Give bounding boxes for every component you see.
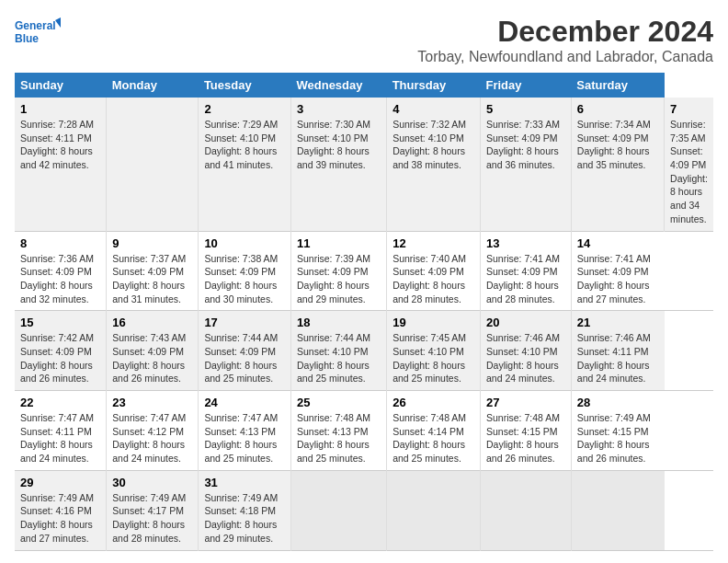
logo: General Blue bbox=[15, 15, 61, 52]
day-number: 9 bbox=[112, 236, 192, 250]
day-number: 10 bbox=[204, 236, 285, 250]
day-number: 24 bbox=[204, 396, 285, 409]
day-number: 18 bbox=[297, 316, 381, 329]
day-number: 22 bbox=[20, 396, 100, 409]
day-cell-28: 28Sunrise: 7:49 AMSunset: 4:15 PMDayligh… bbox=[571, 391, 664, 471]
day-number: 21 bbox=[577, 316, 659, 329]
day-cell-24: 24Sunrise: 7:47 AMSunset: 4:13 PMDayligh… bbox=[199, 391, 291, 471]
header-cell-wednesday: Wednesday bbox=[290, 73, 386, 98]
day-cell-17: 17Sunrise: 7:44 AMSunset: 4:09 PMDayligh… bbox=[199, 311, 291, 391]
header-cell-sunday: Sunday bbox=[15, 73, 107, 98]
day-cell-4: 4Sunrise: 7:32 AMSunset: 4:10 PMDaylight… bbox=[387, 98, 481, 231]
day-number: 15 bbox=[20, 316, 100, 329]
day-cell-empty bbox=[290, 470, 386, 550]
day-number: 31 bbox=[204, 476, 285, 489]
day-cell-3: 3Sunrise: 7:30 AMSunset: 4:10 PMDaylight… bbox=[290, 98, 386, 231]
day-number: 11 bbox=[297, 236, 381, 250]
day-cell-20: 20Sunrise: 7:46 AMSunset: 4:10 PMDayligh… bbox=[480, 311, 571, 391]
week-row-5: 29Sunrise: 7:49 AMSunset: 4:16 PMDayligh… bbox=[15, 470, 713, 550]
header-cell-thursday: Thursday bbox=[387, 73, 481, 98]
day-number: 20 bbox=[486, 316, 565, 329]
day-cell-1: 1Sunrise: 7:28 AMSunset: 4:11 PMDaylight… bbox=[15, 98, 107, 231]
day-number: 17 bbox=[204, 316, 285, 329]
title-area: December 2024 Torbay, Newfoundland and L… bbox=[417, 15, 713, 65]
day-number: 6 bbox=[577, 102, 658, 116]
day-number: 23 bbox=[112, 396, 192, 409]
day-number: 26 bbox=[392, 396, 474, 409]
day-number: 3 bbox=[297, 102, 381, 116]
main-title: December 2024 bbox=[417, 15, 713, 49]
day-number: 28 bbox=[577, 396, 659, 409]
day-number: 1 bbox=[20, 102, 100, 116]
day-number: 16 bbox=[112, 316, 192, 329]
day-cell-19: 19Sunrise: 7:45 AMSunset: 4:10 PMDayligh… bbox=[387, 311, 481, 391]
day-cell-13: 13Sunrise: 7:41 AMSunset: 4:09 PMDayligh… bbox=[480, 231, 571, 311]
svg-marker-2 bbox=[55, 17, 61, 28]
day-cell-15: 15Sunrise: 7:42 AMSunset: 4:09 PMDayligh… bbox=[15, 311, 107, 391]
day-cell-7: 7Sunrise: 7:35 AMSunset: 4:09 PMDaylight… bbox=[665, 98, 713, 231]
day-number: 4 bbox=[392, 102, 474, 116]
day-cell-30: 30Sunrise: 7:49 AMSunset: 4:17 PMDayligh… bbox=[107, 470, 199, 550]
day-cell-10: 10Sunrise: 7:38 AMSunset: 4:09 PMDayligh… bbox=[199, 231, 291, 311]
header: General Blue December 2024 Torbay, Newfo… bbox=[15, 15, 713, 65]
day-cell-8: 8Sunrise: 7:36 AMSunset: 4:09 PMDaylight… bbox=[15, 231, 107, 311]
day-cell-23: 23Sunrise: 7:47 AMSunset: 4:12 PMDayligh… bbox=[107, 391, 199, 471]
svg-text:General: General bbox=[15, 19, 56, 32]
day-number: 29 bbox=[20, 476, 100, 489]
header-row: SundayMondayTuesdayWednesdayThursdayFrid… bbox=[15, 73, 713, 98]
day-cell-27: 27Sunrise: 7:48 AMSunset: 4:15 PMDayligh… bbox=[480, 391, 571, 471]
day-cell-31: 31Sunrise: 7:49 AMSunset: 4:18 PMDayligh… bbox=[199, 470, 291, 550]
day-cell-5: 5Sunrise: 7:33 AMSunset: 4:09 PMDaylight… bbox=[480, 98, 571, 231]
calendar-table: SundayMondayTuesdayWednesdayThursdayFrid… bbox=[15, 73, 713, 551]
day-number: 8 bbox=[20, 236, 100, 250]
day-cell-9: 9Sunrise: 7:37 AMSunset: 4:09 PMDaylight… bbox=[107, 231, 199, 311]
week-row-2: 8Sunrise: 7:36 AMSunset: 4:09 PMDaylight… bbox=[15, 231, 713, 311]
day-number: 5 bbox=[486, 102, 565, 116]
day-cell-12: 12Sunrise: 7:40 AMSunset: 4:09 PMDayligh… bbox=[387, 231, 481, 311]
day-number: 14 bbox=[577, 236, 659, 250]
day-cell-14: 14Sunrise: 7:41 AMSunset: 4:09 PMDayligh… bbox=[571, 231, 664, 311]
day-cell-empty bbox=[107, 98, 199, 231]
day-number: 2 bbox=[204, 102, 285, 116]
day-cell-21: 21Sunrise: 7:46 AMSunset: 4:11 PMDayligh… bbox=[571, 311, 664, 391]
logo-svg: General Blue bbox=[15, 15, 61, 52]
week-row-3: 15Sunrise: 7:42 AMSunset: 4:09 PMDayligh… bbox=[15, 311, 713, 391]
day-number: 25 bbox=[297, 396, 381, 409]
day-number: 19 bbox=[392, 316, 474, 329]
week-row-4: 22Sunrise: 7:47 AMSunset: 4:11 PMDayligh… bbox=[15, 391, 713, 471]
day-cell-empty bbox=[387, 470, 481, 550]
day-cell-25: 25Sunrise: 7:48 AMSunset: 4:13 PMDayligh… bbox=[290, 391, 386, 471]
header-cell-friday: Friday bbox=[480, 73, 571, 98]
day-cell-16: 16Sunrise: 7:43 AMSunset: 4:09 PMDayligh… bbox=[107, 311, 199, 391]
svg-text:Blue: Blue bbox=[15, 32, 39, 45]
day-cell-empty bbox=[571, 470, 664, 550]
subtitle: Torbay, Newfoundland and Labrador, Canad… bbox=[417, 49, 713, 65]
header-cell-monday: Monday bbox=[107, 73, 199, 98]
week-row-1: 1Sunrise: 7:28 AMSunset: 4:11 PMDaylight… bbox=[15, 98, 713, 231]
header-cell-tuesday: Tuesday bbox=[199, 73, 291, 98]
day-number: 27 bbox=[486, 396, 565, 409]
header-cell-saturday: Saturday bbox=[571, 73, 664, 98]
day-cell-29: 29Sunrise: 7:49 AMSunset: 4:16 PMDayligh… bbox=[15, 470, 107, 550]
day-number: 13 bbox=[486, 236, 565, 250]
day-cell-26: 26Sunrise: 7:48 AMSunset: 4:14 PMDayligh… bbox=[387, 391, 481, 471]
day-cell-6: 6Sunrise: 7:34 AMSunset: 4:09 PMDaylight… bbox=[571, 98, 664, 231]
day-cell-18: 18Sunrise: 7:44 AMSunset: 4:10 PMDayligh… bbox=[290, 311, 386, 391]
day-cell-2: 2Sunrise: 7:29 AMSunset: 4:10 PMDaylight… bbox=[199, 98, 291, 231]
day-number: 12 bbox=[392, 236, 474, 250]
day-number: 7 bbox=[670, 102, 708, 116]
day-cell-22: 22Sunrise: 7:47 AMSunset: 4:11 PMDayligh… bbox=[15, 391, 107, 471]
day-cell-11: 11Sunrise: 7:39 AMSunset: 4:09 PMDayligh… bbox=[290, 231, 386, 311]
day-cell-empty bbox=[480, 470, 571, 550]
day-number: 30 bbox=[112, 476, 192, 489]
